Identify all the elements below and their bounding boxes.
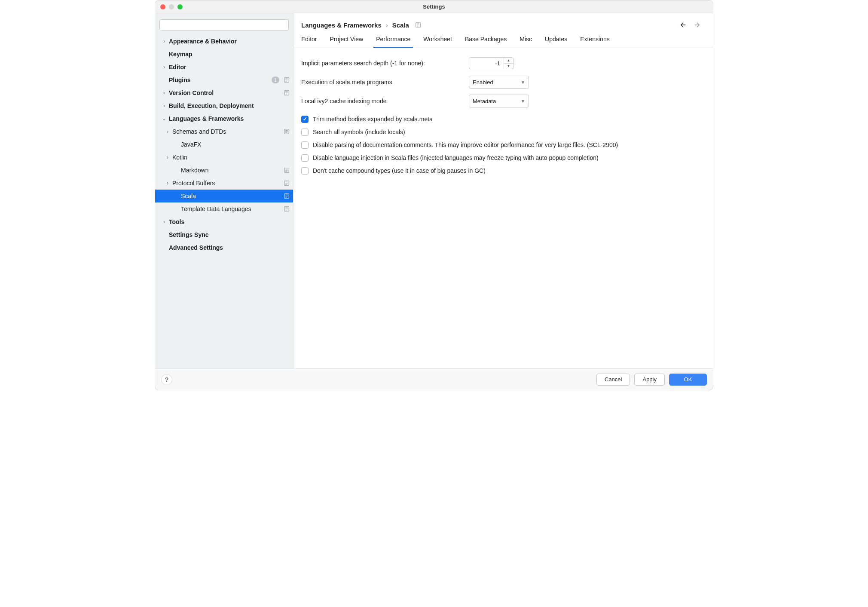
sidebar-item-label: Advanced Settings [169,244,290,251]
tab[interactable]: Performance [376,36,410,48]
search-input[interactable] [159,19,289,31]
sidebar-item-label: Schemas and DTDs [172,128,282,135]
sidebar-item-label: Editor [169,64,290,71]
project-scope-icon [284,206,290,212]
sidebar-item[interactable]: ›Version Control [155,86,293,99]
sidebar-item-label: Protocol Buffers [172,180,282,187]
sidebar-item[interactable]: ›Editor [155,61,293,74]
tab[interactable]: Updates [545,36,567,48]
row-scala-meta-exec: Execution of scala.meta programs Enabled… [301,75,705,89]
sidebar-item-label: Keymap [169,51,290,58]
checkbox[interactable] [301,129,309,136]
sidebar-item[interactable]: Settings Sync [155,228,293,241]
implicit-depth-label: Implicit parameters search depth (-1 for… [301,60,469,67]
sidebar-item-label: Build, Execution, Deployment [169,102,290,109]
help-button[interactable]: ? [161,374,172,385]
checkbox[interactable] [301,141,309,149]
window-title: Settings [155,3,713,10]
checkbox-row: Disable parsing of documentation comment… [301,138,705,151]
scala-meta-exec-label: Execution of scala.meta programs [301,79,469,86]
tree-arrow-icon: › [165,154,171,160]
scala-meta-exec-value: Enabled [473,79,493,86]
scala-meta-exec-select[interactable]: Enabled ▼ [469,76,529,89]
breadcrumb: Languages & Frameworks › Scala [301,21,421,29]
tree-arrow-icon: › [161,38,167,44]
checkbox-label: Trim method bodies expanded by scala.met… [313,116,433,123]
sidebar-item[interactable]: Advanced Settings [155,241,293,254]
sidebar-item-label: Plugins [169,77,272,83]
row-ivy2-mode: Local ivy2 cache indexing mode Metadata … [301,94,705,108]
breadcrumb-parent[interactable]: Languages & Frameworks [301,21,382,29]
project-scope-icon [415,22,421,28]
sidebar-item[interactable]: Scala [155,190,293,202]
tree-arrow-icon: › [165,180,171,186]
sidebar-item[interactable]: ›Build, Execution, Deployment [155,99,293,112]
checkbox-row: Search all symbols (include locals) [301,126,705,138]
tree-arrow-icon: › [165,129,171,135]
checkbox-row: Trim method bodies expanded by scala.met… [301,113,705,126]
header: Languages & Frameworks › Scala [293,13,713,29]
sidebar-item[interactable]: ⌄Languages & Frameworks [155,112,293,125]
project-scope-icon [284,167,290,173]
sidebar-item-label: Markdown [181,167,282,174]
sidebar-tree: ›Appearance & BehaviorKeymap›EditorPlugi… [155,35,293,368]
cancel-button[interactable]: Cancel [596,374,630,386]
implicit-depth-input[interactable] [469,58,504,69]
sidebar-item-label: Version Control [169,89,282,96]
tab[interactable]: Editor [301,36,317,48]
tab[interactable]: Worksheet [423,36,452,48]
sidebar-item[interactable]: ›Schemas and DTDs [155,125,293,138]
nav-forward-icon[interactable] [693,21,701,29]
body: ›Appearance & BehaviorKeymap›EditorPlugi… [155,13,713,368]
spinner-up[interactable]: ▲ [504,58,513,63]
checkbox-row: Disable language injection in Scala file… [301,151,705,164]
checkboxes: Trim method bodies expanded by scala.met… [301,113,705,177]
checkbox-label: Disable parsing of documentation comment… [313,141,618,148]
spinner-down[interactable]: ▼ [504,63,513,69]
sidebar-item[interactable]: JavaFX [155,138,293,151]
project-scope-icon [284,129,290,135]
checkbox-row: Don't cache compound types (use it in ca… [301,164,705,177]
checkbox[interactable] [301,167,309,175]
project-scope-icon [284,77,290,83]
sidebar-item[interactable]: ›Appearance & Behavior [155,35,293,48]
tab[interactable]: Project View [330,36,364,48]
apply-button[interactable]: Apply [634,374,665,386]
row-implicit-depth: Implicit parameters search depth (-1 for… [301,56,705,71]
sidebar-item-label: Tools [169,218,290,225]
sidebar-badge: 1 [272,77,279,83]
sidebar-item[interactable]: Template Data Languages [155,202,293,215]
tab[interactable]: Extensions [580,36,609,48]
sidebar-item[interactable]: ›Tools [155,215,293,228]
footer: ? Cancel Apply OK [155,368,713,390]
ivy2-mode-select[interactable]: Metadata ▼ [469,95,529,107]
tab[interactable]: Base Packages [465,36,507,48]
checkbox[interactable] [301,154,309,162]
checkbox-label: Search all symbols (include locals) [313,129,405,135]
sidebar-item[interactable]: Markdown [155,164,293,177]
sidebar: ›Appearance & BehaviorKeymap›EditorPlugi… [155,13,293,368]
implicit-depth-spinner[interactable]: ▲ ▼ [469,57,513,69]
tree-arrow-icon: ⌄ [161,116,167,122]
tree-arrow-icon: › [161,90,167,96]
form: Implicit parameters search depth (-1 for… [293,48,713,185]
breadcrumb-separator: › [386,21,388,29]
sidebar-item[interactable]: ›Protocol Buffers [155,177,293,190]
sidebar-item[interactable]: Keymap [155,48,293,61]
ivy2-mode-label: Local ivy2 cache indexing mode [301,98,469,104]
checkbox-label: Disable language injection in Scala file… [313,154,599,161]
nav-back-icon[interactable] [679,21,687,29]
ok-button[interactable]: OK [669,374,707,386]
sidebar-item-label: Languages & Frameworks [169,115,290,122]
chevron-down-icon: ▼ [521,99,525,104]
main-panel: Languages & Frameworks › Scala EditorPro… [293,13,713,368]
ivy2-mode-value: Metadata [473,98,496,104]
project-scope-icon [284,193,290,199]
tree-arrow-icon: › [161,103,167,109]
sidebar-item-label: JavaFX [181,141,290,148]
tab[interactable]: Misc [520,36,532,48]
sidebar-item[interactable]: ›Kotlin [155,151,293,164]
sidebar-item[interactable]: Plugins1 [155,74,293,86]
project-scope-icon [284,90,290,96]
checkbox[interactable] [301,116,309,123]
